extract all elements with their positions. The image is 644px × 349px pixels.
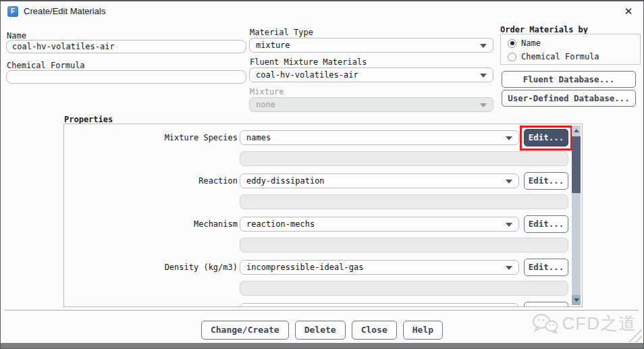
bottom-gray-bar (1, 343, 643, 348)
chemical-formula-label: Chemical Formula (7, 61, 85, 70)
change-create-button[interactable]: Change/Create (201, 321, 289, 340)
fluent-mixture-materials-dropdown[interactable]: coal-hv-volatiles-air (249, 68, 493, 82)
properties-scrollbar[interactable] (572, 126, 581, 305)
mixture-label: Mixture (250, 87, 284, 97)
fluent-database-button[interactable]: Fluent Database... (502, 71, 636, 88)
delete-button[interactable]: Delete (295, 321, 346, 340)
cp-edit-button[interactable]: Edit... (524, 302, 568, 307)
property-empty-field (240, 281, 568, 296)
chevron-down-icon (506, 180, 512, 184)
chevron-down-icon (480, 74, 487, 78)
dropdown-value: names (246, 133, 271, 142)
chevron-down-icon (480, 103, 487, 107)
close-icon[interactable]: ✕ (622, 5, 635, 18)
fluent-mixture-materials-label: Fluent Mixture Materials (250, 57, 367, 67)
property-label-reaction: Reaction (69, 176, 238, 186)
scrollbar-thumb[interactable] (572, 136, 581, 193)
property-label-density: Density (kg/m3) (69, 263, 238, 272)
radio-label: Name (521, 38, 541, 48)
properties-panel: Mixture Species names Edit... Reaction e… (63, 124, 583, 307)
order-materials-by-label: Order Materials by (500, 25, 588, 34)
property-empty-field (240, 238, 568, 252)
dropdown-value: eddy-dissipation (246, 176, 325, 186)
help-button[interactable]: Help (403, 321, 443, 340)
chemical-formula-input[interactable] (6, 70, 246, 84)
mixture-species-edit-button[interactable]: Edit... (524, 129, 568, 146)
name-label: Name (7, 31, 26, 41)
property-empty-field (240, 194, 568, 209)
scroll-up-icon[interactable] (572, 126, 581, 136)
material-type-value: mixture (256, 41, 290, 50)
property-empty-field (240, 151, 568, 166)
footer-button-row: Change/Create Delete Close Help (1, 321, 643, 340)
density-edit-button[interactable]: Edit... (524, 259, 568, 276)
dropdown-value: incompressible-ideal-gas (246, 263, 363, 272)
property-label-mixture-species: Mixture Species (69, 133, 238, 142)
dropdown-value: reaction-mechs (246, 219, 315, 229)
density-dropdown[interactable]: incompressible-ideal-gas (240, 260, 519, 275)
reaction-dropdown[interactable]: eddy-dissipation (240, 173, 519, 188)
property-label-mechanism: Mechanism (69, 219, 238, 229)
name-input[interactable]: coal-hv-volatiles-air (6, 40, 246, 53)
cp-dropdown[interactable]: mixing-law (240, 303, 519, 307)
title-bar: F Create/Edit Materials ✕ (1, 1, 643, 22)
property-label-cp: Cp (Specific Heat) (j/kg-k) (69, 306, 238, 307)
dialog-title: Create/Edit Materials (24, 6, 105, 17)
fluent-mixture-materials-value: coal-hv-volatiles-air (256, 70, 358, 80)
material-type-dropdown[interactable]: mixture (249, 38, 493, 53)
footer-divider (5, 310, 639, 311)
radio-selected-icon[interactable] (508, 39, 516, 48)
chevron-down-icon (506, 136, 512, 140)
radio-label: Chemical Formula (521, 52, 599, 61)
radio-order-by-chemical-formula[interactable]: Chemical Formula (508, 51, 599, 62)
create-edit-materials-dialog: F Create/Edit Materials ✕ Name coal-hv-v… (0, 0, 644, 349)
scroll-down-icon[interactable] (572, 295, 581, 305)
mechanism-dropdown[interactable]: reaction-mechs (240, 217, 519, 232)
dropdown-value: mixing-law (246, 306, 295, 307)
user-defined-database-button[interactable]: User-Defined Database... (502, 90, 636, 107)
material-type-label: Material Type (250, 28, 313, 37)
radio-order-by-name[interactable]: Name (508, 38, 541, 49)
mixture-species-dropdown[interactable]: names (240, 130, 519, 145)
chevron-down-icon (506, 223, 512, 227)
close-button[interactable]: Close (352, 321, 397, 340)
chevron-down-icon (480, 44, 487, 48)
mixture-value: none (256, 100, 275, 109)
reaction-edit-button[interactable]: Edit... (524, 172, 568, 190)
order-materials-by-group: Name Chemical Formula (500, 34, 641, 65)
radio-unselected-icon[interactable] (508, 53, 516, 61)
mixture-dropdown: none (249, 97, 493, 112)
fluent-app-icon: F (7, 6, 18, 17)
chevron-down-icon (506, 266, 512, 270)
properties-label: Properties (64, 115, 113, 124)
mechanism-edit-button[interactable]: Edit... (524, 215, 568, 233)
